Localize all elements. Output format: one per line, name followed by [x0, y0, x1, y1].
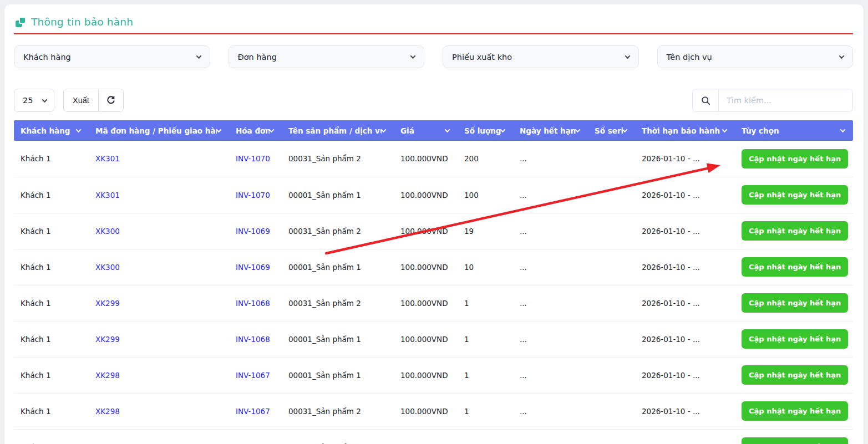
- invoice-link[interactable]: INV-1069: [236, 227, 270, 236]
- column-header[interactable]: Giá: [394, 120, 458, 141]
- export-button[interactable]: Xuất: [64, 89, 98, 111]
- chevron-down-icon: [622, 127, 628, 132]
- table-row: Khách 1XK301INV-107000031_Sản phẩm 2100.…: [14, 141, 853, 177]
- table-row: Khách 1XK300INV-106900001_Sản phẩm 1100.…: [14, 249, 853, 285]
- price-cell: 100.000VND: [394, 141, 458, 177]
- serial-cell: [588, 285, 635, 321]
- order-filter-label: Đơn hàng: [238, 53, 277, 62]
- table-row: Khách 1XK298INV-106700001_Sản phẩm 1100.…: [14, 357, 853, 393]
- customer-cell: Khách 1: [14, 321, 89, 357]
- customer-filter-select[interactable]: Khách hàng: [14, 45, 210, 68]
- column-header[interactable]: Số seri: [588, 120, 635, 141]
- order-link[interactable]: XK299: [95, 335, 120, 344]
- chevron-down-icon: [445, 127, 450, 132]
- expiry-date-cell: ...: [513, 285, 588, 321]
- customer-filter-label: Khách hàng: [23, 53, 71, 62]
- order-link-cell: XK301: [89, 141, 229, 177]
- quantity-cell: 10: [458, 249, 513, 285]
- column-header[interactable]: Số lượng: [458, 120, 513, 141]
- invoice-link[interactable]: INV-1068: [236, 299, 270, 308]
- column-header[interactable]: Thời hạn bảo hành: [635, 120, 735, 141]
- invoice-link[interactable]: INV-1067: [236, 407, 270, 416]
- customer-cell: Khách 1: [14, 213, 89, 249]
- update-expiry-button[interactable]: Cập nhật ngày hết hạn: [742, 221, 848, 241]
- price-cell: 100.000VND: [394, 393, 458, 429]
- order-link[interactable]: XK298: [95, 371, 120, 380]
- chevron-down-icon: [76, 127, 82, 132]
- warranty-period-cell: 2026-01-10 - ...: [635, 357, 735, 393]
- column-header[interactable]: Tùy chọn: [735, 120, 853, 141]
- refresh-button[interactable]: [98, 89, 123, 111]
- update-expiry-button[interactable]: Cập nhật ngày hết hạn: [742, 293, 848, 313]
- update-expiry-button[interactable]: Cập nhật ngày hết hạn: [742, 185, 848, 205]
- invoice-link[interactable]: INV-1069: [236, 263, 270, 272]
- filter-bar: Khách hàng Đơn hàng Phiếu xuất kho Tên d…: [14, 45, 853, 68]
- update-expiry-button[interactable]: Cập nhật ngày hết hạn: [742, 365, 848, 385]
- invoice-link[interactable]: INV-1067: [236, 371, 270, 380]
- invoice-link-cell: INV-1067: [229, 357, 282, 393]
- export-slip-filter-select[interactable]: Phiếu xuất kho: [443, 45, 639, 68]
- column-header[interactable]: Mã đơn hàng / Phiếu giao hàng: [89, 120, 229, 141]
- column-header[interactable]: Tên sản phẩm / dịch vụ: [282, 120, 394, 141]
- refresh-icon: [106, 95, 116, 105]
- column-label: Tên sản phẩm / dịch vụ: [288, 126, 382, 135]
- expiry-date-cell: ...: [513, 321, 588, 357]
- warranty-period-cell: 2026-01-10 - ...: [635, 213, 735, 249]
- serial-cell: [588, 321, 635, 357]
- order-link[interactable]: XK299: [95, 299, 120, 308]
- order-filter-select[interactable]: Đơn hàng: [229, 45, 425, 68]
- customer-cell: Khách 1: [14, 357, 89, 393]
- product-cell: 00031_Sản phẩm 2: [282, 141, 394, 177]
- product-cell: 00031_Sản phẩm 2: [282, 429, 394, 444]
- warranty-period-cell: 2026-01-10 - ...: [635, 285, 735, 321]
- column-header[interactable]: Hóa đơn: [229, 120, 282, 141]
- invoice-link-cell: INV-1069: [229, 213, 282, 249]
- action-cell: Cập nhật ngày hết hạn: [735, 177, 853, 213]
- customer-cell: Khách 1: [14, 249, 89, 285]
- column-label: Số seri: [595, 126, 623, 135]
- warranty-period-cell: 2026-01-10 - ...: [635, 393, 735, 429]
- update-expiry-button[interactable]: Cập nhật ngày hết hạn: [742, 437, 848, 444]
- invoice-link[interactable]: INV-1070: [236, 191, 270, 200]
- product-cell: 00031_Sản phẩm 2: [282, 285, 394, 321]
- invoice-link[interactable]: INV-1068: [236, 335, 270, 344]
- price-cell: 100.000VND: [394, 429, 458, 444]
- update-expiry-button[interactable]: Cập nhật ngày hết hạn: [742, 257, 848, 277]
- order-link[interactable]: XK301: [95, 154, 120, 163]
- update-expiry-button[interactable]: Cập nhật ngày hết hạn: [742, 329, 848, 349]
- table-wrap: Khách hàngMã đơn hàng / Phiếu giao hàngH…: [14, 120, 853, 444]
- customer-cell: Khách 1: [14, 285, 89, 321]
- chevron-down-icon: [575, 127, 581, 132]
- warranty-period-cell: 2026-01-10 - ...: [635, 141, 735, 177]
- update-expiry-button[interactable]: Cập nhật ngày hết hạn: [742, 149, 848, 169]
- invoice-link-cell: INV-1068: [229, 285, 282, 321]
- column-label: Số lượng: [464, 126, 501, 135]
- serial-cell: [588, 141, 635, 177]
- product-cell: 00031_Sản phẩm 2: [282, 393, 394, 429]
- update-expiry-button[interactable]: Cập nhật ngày hết hạn: [742, 401, 848, 421]
- page-header: Thông tin bảo hành: [14, 14, 853, 29]
- page-size-select[interactable]: 25: [14, 89, 54, 112]
- order-link[interactable]: XK300: [95, 227, 120, 236]
- order-link[interactable]: XK301: [95, 191, 120, 200]
- table-row: Khách 1XK297INV-106600031_Sản phẩm 2100.…: [14, 429, 853, 444]
- column-header[interactable]: Khách hàng: [14, 120, 89, 141]
- service-name-filter-select[interactable]: Tên dịch vụ: [657, 45, 854, 68]
- table-row: Khách 1XK299INV-106800031_Sản phẩm 2100.…: [14, 285, 853, 321]
- chevron-down-icon: [500, 127, 506, 132]
- search-box: [692, 89, 853, 112]
- product-cell: 00031_Sản phẩm 2: [282, 213, 394, 249]
- service-name-filter-label: Tên dịch vụ: [667, 53, 712, 62]
- order-link[interactable]: XK300: [95, 263, 120, 272]
- export-button-group: Xuất: [63, 89, 124, 112]
- invoice-link[interactable]: INV-1070: [236, 154, 270, 163]
- expiry-date-cell: ...: [513, 429, 588, 444]
- order-link[interactable]: XK298: [95, 407, 120, 416]
- order-link-cell: XK300: [89, 213, 229, 249]
- serial-cell: [588, 177, 635, 213]
- search-icon: [693, 89, 719, 111]
- search-input[interactable]: [719, 89, 852, 111]
- serial-cell: [588, 429, 635, 444]
- export-slip-filter-label: Phiếu xuất kho: [452, 53, 512, 62]
- column-header[interactable]: Ngày hết hạn: [513, 120, 588, 141]
